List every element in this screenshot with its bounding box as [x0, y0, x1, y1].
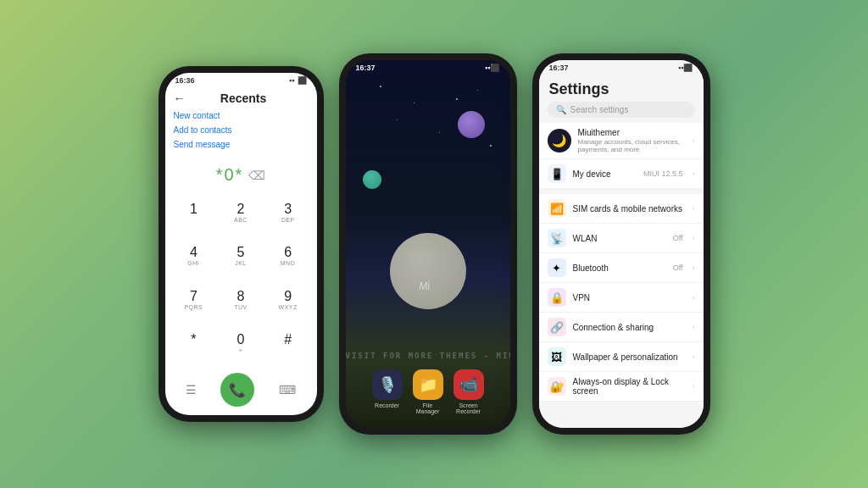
vpn-icon: 🔒 [548, 288, 566, 307]
backspace-icon[interactable]: ⌫ [248, 169, 265, 182]
settings-item-alwayson[interactable]: 🔐 Always-on display & Lock screen › [539, 372, 704, 402]
call-button[interactable]: 📞 [220, 373, 254, 407]
miuithemer-sub: Manage accounts, cloud services, payment… [578, 138, 683, 153]
recorder-icon: 🎙️ [372, 369, 403, 400]
alwayson-label: Always-on display & Lock screen [573, 377, 683, 396]
file-manager-label: FileManager [416, 402, 440, 414]
chevron-mydevice: › [693, 169, 695, 178]
wlan-status: Off [673, 234, 683, 242]
simcards-icon: 📶 [548, 199, 566, 218]
miuithemer-label: Miuithemer [578, 128, 683, 137]
dialer-bottom: ☰ 📞 ⌨ [165, 366, 317, 415]
dial-key-star[interactable]: * [170, 323, 218, 367]
status-bar-1: 16:36 ▪▪ ⬛ [165, 73, 317, 86]
app-recorder[interactable]: 🎙️ Recorder [372, 369, 403, 414]
profile-avatar: 🌙 [548, 129, 571, 152]
settings-item-vpn[interactable]: 🔒 VPN › [539, 283, 704, 313]
settings-item-miuithemer[interactable]: 🌙 Miuithemer Manage accounts, cloud serv… [539, 123, 704, 159]
chevron-connection: › [693, 323, 695, 331]
settings-item-wlan[interactable]: 📡 WLAN Off › [539, 224, 704, 253]
status-icons-1: ▪▪ ⬛ [289, 76, 306, 85]
vpn-label: VPN [573, 293, 683, 302]
bluetooth-label: Bluetooth [573, 263, 666, 273]
bluetooth-icon: ✦ [548, 258, 566, 277]
wlan-icon: 📡 [548, 229, 566, 247]
status-icons-2: ▪▪⬛ [485, 64, 499, 72]
dial-key-1[interactable]: 1 [170, 191, 218, 236]
settings-item-connection[interactable]: 🔗 Connection & sharing › [539, 313, 704, 342]
chevron-alwayson: › [693, 382, 695, 391]
chevron-simcards: › [693, 204, 695, 213]
home-dock: 🎙️ Recorder 📁 FileManager 📹 ScreenRecord… [346, 369, 510, 414]
search-icon: 🔍 [556, 105, 566, 114]
settings-item-simcards[interactable]: 📶 SIM cards & mobile networks › [539, 194, 704, 224]
dialer-header: ← Recents [165, 86, 317, 108]
alwayson-icon: 🔐 [548, 377, 566, 396]
settings-item-text-mydevice: My device [573, 169, 637, 179]
wallpaper-label: Wallpaper & personalization [573, 352, 683, 362]
status-bar-2: 16:37 ▪▪⬛ [346, 60, 510, 74]
mi-label: Mi [419, 280, 430, 292]
dial-key-9[interactable]: 9WXYZ [264, 279, 312, 323]
time-3: 16:37 [549, 64, 569, 72]
settings-screen: 16:37 ▪▪⬛ Settings 🔍 Search settings 🌙 M… [539, 60, 704, 428]
settings-search-bar[interactable]: 🔍 Search settings [548, 102, 695, 118]
app-screen-recorder[interactable]: 📹 ScreenRecorder [453, 369, 484, 414]
settings-item-text-miuithemer: Miuithemer Manage accounts, cloud servic… [578, 128, 683, 153]
file-manager-icon: 📁 [413, 369, 443, 400]
dial-key-2[interactable]: 2ABC [217, 191, 264, 236]
chevron-wallpaper: › [693, 352, 695, 361]
recorder-label: Recorder [375, 402, 399, 408]
dial-key-3[interactable]: 3DEF [264, 191, 312, 236]
settings-item-wallpaper[interactable]: 🖼 Wallpaper & personalization › [539, 342, 704, 372]
mydevice-label: My device [573, 169, 637, 179]
keypad-icon[interactable]: ⌨ [279, 383, 296, 396]
send-message-link[interactable]: Send message [174, 137, 309, 152]
wallpaper-icon: 🖼 [548, 347, 566, 366]
menu-icon[interactable]: ☰ [186, 383, 197, 396]
phone-dialer: 16:36 ▪▪ ⬛ ← Recents New contact Add to … [159, 66, 324, 422]
phone-settings: 16:37 ▪▪⬛ Settings 🔍 Search settings 🌙 M… [532, 53, 710, 435]
mydevice-icon: 📱 [548, 164, 566, 183]
chevron-wlan: › [693, 234, 695, 242]
dial-key-hash[interactable]: # [264, 323, 312, 367]
screen-recorder-label: ScreenRecorder [456, 402, 481, 414]
home-screen: Mi 16:37 ▪▪⬛ 🎙️ Recorder 📁 FileManager 📹 [346, 60, 510, 428]
time-2: 16:37 [356, 64, 376, 72]
screen-recorder-icon: 📹 [453, 369, 484, 400]
add-contacts-link[interactable]: Add to contacts [174, 123, 309, 137]
teal-moon [363, 170, 381, 189]
connection-icon: 🔗 [548, 318, 566, 336]
dial-key-8[interactable]: 8TUV [217, 279, 264, 323]
wlan-label: WLAN [573, 234, 666, 243]
dial-key-4[interactable]: 4GHI [170, 236, 218, 280]
time-1: 16:36 [175, 76, 195, 85]
chevron-miuithemer: › [693, 136, 695, 145]
settings-item-bluetooth[interactable]: ✦ Bluetooth Off › [539, 253, 704, 283]
app-file-manager[interactable]: 📁 FileManager [413, 369, 443, 414]
search-placeholder: Search settings [570, 105, 629, 114]
purple-moon [458, 111, 485, 138]
status-bar-3: 16:37 ▪▪⬛ [539, 60, 704, 74]
large-moon [390, 233, 466, 309]
dialer-links: New contact Add to contacts Send message [165, 108, 317, 152]
back-button[interactable]: ← [174, 92, 186, 105]
phone-home: Mi 16:37 ▪▪⬛ 🎙️ Recorder 📁 FileManager 📹 [339, 53, 517, 435]
settings-title: Settings [539, 74, 704, 102]
mydevice-version: MIUI 12.5.5 [643, 169, 683, 178]
bluetooth-status: Off [673, 263, 683, 272]
dial-key-0[interactable]: 0+ [217, 323, 264, 367]
settings-item-mydevice[interactable]: 📱 My device MIUI 12.5.5 › [539, 159, 704, 189]
simcards-label: SIM cards & mobile networks [573, 204, 683, 214]
chevron-bluetooth: › [693, 263, 695, 272]
dialer-input-area: *0* ⌫ [165, 152, 317, 191]
dialer-display: *0* [216, 165, 244, 185]
chevron-vpn: › [693, 293, 695, 302]
page-title-dialer: Recents [191, 92, 297, 105]
dial-grid: 1 2ABC 3DEF 4GHI 5JKL 6MNO 7PQRS 8TUV 9W… [165, 191, 317, 366]
dial-key-6[interactable]: 6MNO [264, 236, 312, 280]
connection-label: Connection & sharing [573, 323, 683, 332]
new-contact-link[interactable]: New contact [174, 108, 309, 123]
dial-key-5[interactable]: 5JKL [217, 236, 264, 280]
dial-key-7[interactable]: 7PQRS [170, 279, 218, 323]
